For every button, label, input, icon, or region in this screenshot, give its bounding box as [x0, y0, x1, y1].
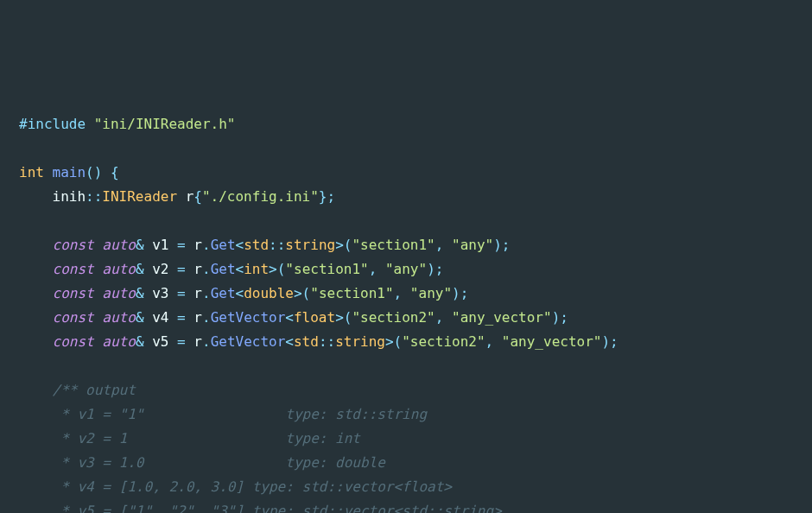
- gt: >: [269, 261, 277, 277]
- code-line: inih::INIReader r{"./config.ini"};: [19, 185, 793, 209]
- preproc-include: include: [28, 116, 86, 132]
- amp: &: [136, 261, 144, 277]
- gt: >: [294, 285, 302, 301]
- lt: <: [236, 261, 244, 277]
- ty-double: double: [244, 285, 294, 301]
- dot: .: [202, 237, 211, 253]
- lt: <: [236, 285, 244, 301]
- amp: &: [136, 237, 144, 253]
- dot: .: [202, 285, 211, 301]
- paren-open: (: [344, 237, 352, 253]
- paren-close: ): [601, 333, 610, 350]
- kw-auto: auto: [102, 309, 136, 326]
- ty-std: std: [244, 237, 269, 253]
- comma: ,: [485, 333, 494, 350]
- code-line: const auto& v3 = r.Get<double>("section1…: [19, 282, 793, 306]
- eq: =: [177, 237, 186, 253]
- type-inireader: INIReader: [102, 188, 177, 205]
- eq: =: [177, 333, 186, 350]
- dot: .: [202, 333, 211, 350]
- kw-const: const: [53, 333, 94, 350]
- semicolon: ;: [327, 188, 335, 205]
- amp: &: [136, 285, 144, 301]
- str-any-vector: "any_vector": [502, 333, 602, 350]
- code-line-blank: [19, 136, 793, 161]
- fn-get: Get: [211, 237, 236, 253]
- fn-getvector: GetVector: [211, 309, 286, 326]
- code-line: * v4 = [1.0, 2.0, 3.0] type: std::vector…: [19, 475, 793, 499]
- kw-auto: auto: [102, 285, 136, 301]
- dot: .: [202, 309, 211, 326]
- semicolon: ;: [560, 309, 568, 326]
- var-v2: v2: [152, 261, 168, 277]
- gt: >: [335, 237, 344, 253]
- ty-int: int: [244, 261, 269, 277]
- code-line: /** output: [19, 378, 793, 402]
- eq: =: [177, 309, 186, 326]
- preproc-hash: #: [19, 116, 28, 132]
- brace-close: }: [319, 188, 327, 205]
- code-line: * v3 = 1.0 type: double: [19, 451, 793, 475]
- code-line: #include "ini/INIReader.h": [19, 112, 793, 136]
- include-path: "ini/INIReader.h": [94, 116, 236, 132]
- str-section1: "section1": [285, 261, 368, 277]
- comment-line: * v1 = "1" type: std::string: [53, 406, 427, 422]
- str-any: "any": [410, 285, 452, 301]
- gt: >: [335, 309, 344, 326]
- paren-close: ): [94, 164, 103, 180]
- semicolon: ;: [460, 285, 469, 301]
- var-v4: v4: [152, 309, 168, 326]
- brace-open: {: [193, 188, 202, 205]
- code-line: const auto& v4 = r.GetVector<float>("sec…: [19, 306, 793, 330]
- ty-std: std: [294, 333, 319, 350]
- paren-close: ): [452, 285, 460, 301]
- var-r: r: [186, 188, 194, 205]
- kw-const: const: [53, 261, 94, 277]
- eq: =: [177, 261, 186, 277]
- code-line: const auto& v5 = r.GetVector<std::string…: [19, 330, 793, 354]
- lt: <: [285, 333, 294, 350]
- kw-const: const: [53, 309, 94, 326]
- lt: <: [236, 237, 244, 253]
- paren-open: (: [344, 309, 352, 326]
- fn-getvector: GetVector: [211, 333, 286, 350]
- comment-line: * v3 = 1.0 type: double: [53, 454, 385, 471]
- paren-close: ): [552, 309, 561, 326]
- code-line: int main() {: [19, 161, 793, 185]
- fn-main: main: [53, 164, 86, 180]
- kw-auto: auto: [102, 237, 136, 253]
- lt: <: [285, 309, 294, 326]
- code-line-blank: [19, 354, 793, 378]
- dcolon: ::: [86, 188, 102, 205]
- paren-close: ): [493, 237, 502, 253]
- comment-line: * v2 = 1 type: int: [53, 430, 360, 446]
- comma: ,: [369, 261, 377, 277]
- code-line: * v1 = "1" type: std::string: [19, 402, 793, 427]
- ty-float: float: [294, 309, 335, 326]
- str-any: "any": [452, 237, 493, 253]
- paren-open: (: [302, 285, 311, 301]
- str-config-path: "./config.ini": [202, 188, 319, 205]
- str-section2: "section2": [402, 333, 485, 350]
- var-r: r: [193, 285, 202, 301]
- semicolon: ;: [502, 237, 511, 253]
- str-any: "any": [385, 261, 427, 277]
- ns-inih: inih: [53, 188, 86, 205]
- semicolon: ;: [435, 261, 444, 277]
- str-section1: "section1": [310, 285, 393, 301]
- ty-string: string: [285, 237, 335, 253]
- paren-open: (: [86, 164, 94, 180]
- str-section2: "section2": [352, 309, 435, 326]
- dcolon: ::: [319, 333, 335, 350]
- comma: ,: [435, 309, 444, 326]
- dot: .: [202, 261, 211, 277]
- fn-get: Get: [211, 261, 236, 277]
- var-r: r: [193, 333, 202, 350]
- var-v3: v3: [152, 285, 168, 301]
- kw-int: int: [19, 164, 44, 180]
- comment-line: * v5 = ["1", "2", "3"] type: std::vector…: [53, 503, 502, 513]
- dcolon: ::: [269, 237, 285, 253]
- var-r: r: [193, 261, 202, 277]
- eq: =: [177, 285, 186, 301]
- kw-auto: auto: [102, 333, 136, 350]
